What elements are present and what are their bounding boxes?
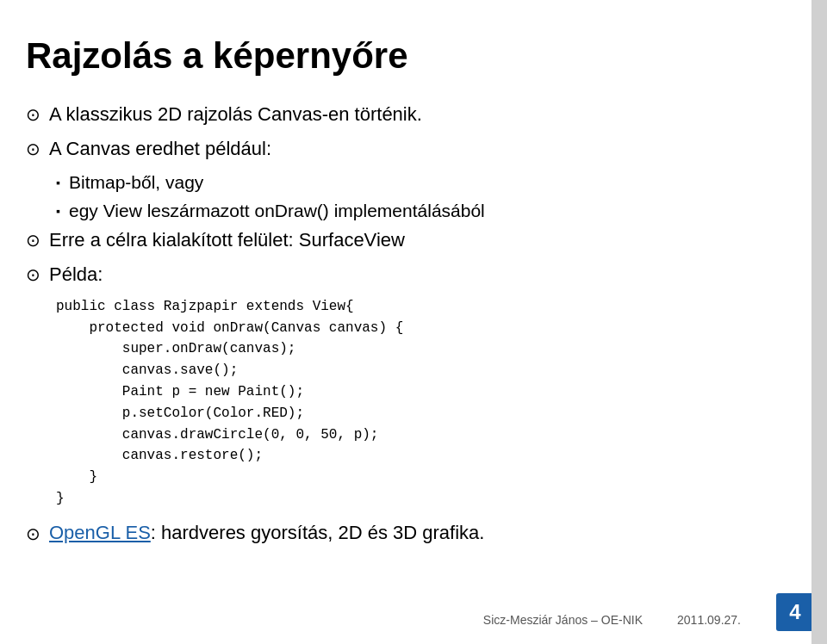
sub-bullet-2: ▪ egy View leszármazott onDraw() impleme… [26,199,784,223]
bullet-text-3: Erre a célra kialakított felület: Surfac… [49,227,405,253]
bullet-text-4: Példa: [49,262,103,288]
sub-bullet-1: ▪ Bitmap-ből, vagy [26,170,784,195]
opengl-bullet-icon: ⊙ [26,523,40,544]
slide-title: Rajzolás a képernyőre [26,34,784,77]
code-block: public class Rajzpapir extends View{ pro… [26,296,784,510]
bullet-icon-3: ⊙ [26,229,40,252]
slide: Rajzolás a képernyőre ⊙ A klasszikus 2D … [0,0,827,644]
bullet-3: ⊙ Erre a célra kialakított felület: Surf… [26,227,784,253]
code-line-3: canvas.save(); [56,360,784,381]
footer-date: 2011.09.27. [677,613,741,627]
opengl-suffix: : hardveres gyorsítás, 2D és 3D grafika. [151,522,485,544]
page-number: 4 [776,593,814,631]
sub-bullet-text-2: egy View leszármazott onDraw() implement… [69,199,485,223]
code-line-7: canvas.restore(); [56,445,784,467]
sub-bullet-text-1: Bitmap-ből, vagy [69,170,203,195]
code-line-2: super.onDraw(canvas); [56,338,784,360]
opengl-line: ⊙ OpenGL ES: hardveres gyorsítás, 2D és … [26,522,784,544]
bullet-icon-4: ⊙ [26,263,40,287]
sub-bullet-icon-2: ▪ [56,203,60,220]
bullet-1: ⊙ A klasszikus 2D rajzolás Canvas-en tör… [26,102,784,127]
bullet-text-1: A klasszikus 2D rajzolás Canvas-en törté… [49,102,422,127]
footer: Sicz-Mesziár János – OE-NIK 2011.09.27. [0,613,775,627]
footer-author: Sicz-Mesziár János – OE-NIK [483,613,643,627]
bullet-4: ⊙ Példa: [26,262,784,288]
code-line-8: } [56,467,784,488]
sub-bullet-icon-1: ▪ [56,175,60,191]
code-line-1: protected void onDraw(Canvas canvas) { [56,318,784,339]
code-line-6: canvas.drawCircle(0, 0, 50, p); [56,424,784,446]
bullet-text-2: A Canvas eredhet például: [49,136,271,162]
bullet-icon-1: ⊙ [26,103,40,127]
code-line-5: p.setColor(Color.RED); [56,403,784,424]
bullet-icon-2: ⊙ [26,138,40,161]
code-line-9: } [56,488,784,510]
code-line-0: public class Rajzpapir extends View{ [56,296,784,318]
code-line-4: Paint p = new Paint(); [56,381,784,403]
opengl-link[interactable]: OpenGL ES [49,522,151,544]
bullet-2: ⊙ A Canvas eredhet például: [26,136,784,162]
right-bar-decoration [811,0,827,644]
content-area: ⊙ A klasszikus 2D rajzolás Canvas-en tör… [26,102,784,543]
